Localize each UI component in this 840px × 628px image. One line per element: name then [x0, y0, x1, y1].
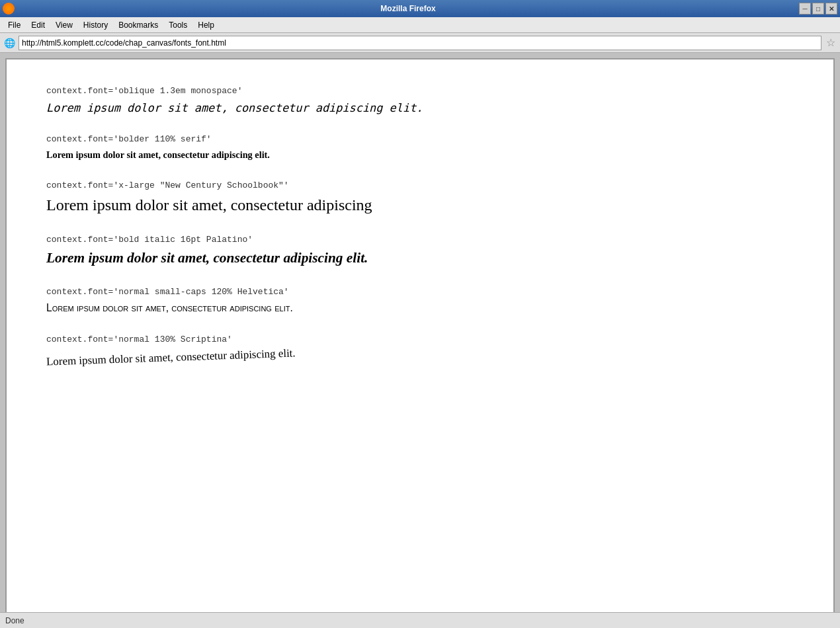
font-section-6: context.font='normal 130% Scriptina' Lor…: [46, 334, 794, 366]
minimize-button[interactable]: ─: [799, 3, 811, 15]
font-label-6: context.font='normal 130% Scriptina': [46, 334, 794, 344]
font-label-1: context.font='oblique 1.3em monospace': [46, 86, 794, 96]
menu-edit[interactable]: Edit: [26, 19, 50, 31]
font-sample-3: Lorem ipsum dolor sit amet, consectetur …: [46, 196, 794, 215]
canvas-area: context.font='oblique 1.3em monospace' L…: [5, 58, 835, 627]
font-sample-5: Lorem ipsum dolor sit amet, consectetur …: [46, 302, 794, 315]
maximize-button[interactable]: □: [812, 3, 824, 15]
font-sample-1: Lorem ipsum dolor sit amet, consectetur …: [46, 101, 794, 114]
status-text: Done: [5, 616, 24, 625]
titlebar-title: Mozilla Firefox: [17, 4, 799, 13]
font-section-4: context.font='bold italic 16pt Palatino'…: [46, 235, 794, 267]
font-sample-6: Lorem ipsum dolor sit amet, consectetur …: [46, 345, 296, 370]
firefox-logo-icon: [3, 3, 15, 15]
menu-view[interactable]: View: [50, 19, 78, 31]
menu-file[interactable]: File: [3, 19, 26, 31]
font-sample-2: Lorem ipsum dolor sit amet, consectetur …: [46, 149, 794, 161]
page-icon: 🌐: [3, 36, 16, 50]
font-section-3: context.font='x-large "New Century Schoo…: [46, 180, 794, 215]
font-label-4: context.font='bold italic 16pt Palatino': [46, 235, 794, 245]
address-input[interactable]: [19, 36, 821, 50]
menu-tools[interactable]: Tools: [163, 19, 192, 31]
font-section-5: context.font='normal small-caps 120% Hel…: [46, 287, 794, 315]
statusbar: Done: [0, 612, 840, 628]
menu-help[interactable]: Help: [192, 19, 220, 31]
font-sample-4: Lorem ipsum dolor sit amet, consectetur …: [46, 250, 794, 267]
menubar: File Edit View History Bookmarks Tools H…: [0, 17, 840, 33]
menu-bookmarks[interactable]: Bookmarks: [113, 19, 163, 31]
font-label-3: context.font='x-large "New Century Schoo…: [46, 180, 794, 190]
bookmark-star-icon[interactable]: ☆: [824, 36, 837, 50]
titlebar-controls: ─ □ ✕: [799, 3, 840, 15]
font-section-2: context.font='bolder 110% serif' Lorem i…: [46, 134, 794, 161]
titlebar: Mozilla Firefox ─ □ ✕: [0, 0, 840, 17]
content-wrapper: context.font='oblique 1.3em monospace' L…: [0, 53, 840, 628]
font-label-2: context.font='bolder 110% serif': [46, 134, 794, 144]
font-section-1: context.font='oblique 1.3em monospace' L…: [46, 86, 794, 114]
addressbar: 🌐 ☆: [0, 33, 840, 53]
font-label-5: context.font='normal small-caps 120% Hel…: [46, 287, 794, 297]
titlebar-left: [0, 3, 17, 15]
close-button[interactable]: ✕: [825, 3, 837, 15]
menu-history[interactable]: History: [78, 19, 113, 31]
